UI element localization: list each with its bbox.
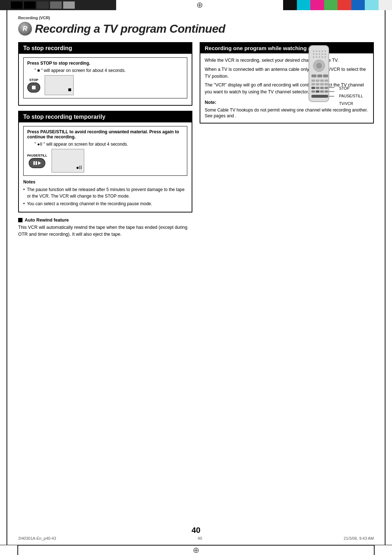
footer-left: 2I40301A-En_p40-43 xyxy=(18,536,56,540)
footer-right: 21/3/06, 9:43 AM xyxy=(344,536,374,540)
auto-rewind-heading: Auto Rewind feature xyxy=(25,218,69,223)
svg-point-9 xyxy=(322,53,323,55)
svg-rect-20 xyxy=(323,74,328,77)
svg-point-15 xyxy=(324,56,326,58)
svg-point-6 xyxy=(313,53,314,55)
block-2 xyxy=(24,1,36,9)
tvvcr-label: TV/VCR xyxy=(339,100,363,108)
pause-btn-label: PAUSE/STILL xyxy=(27,154,47,157)
svg-point-14 xyxy=(322,56,323,58)
block-4 xyxy=(50,1,62,9)
svg-point-4 xyxy=(322,50,323,52)
section-label: Recording (VCR) xyxy=(18,14,374,20)
bullet-2: • xyxy=(23,200,25,207)
pause-button-row: PAUSE/STILL xyxy=(27,149,183,173)
stop-button-illustration: STOP xyxy=(27,78,40,93)
color-blue xyxy=(351,0,365,10)
color-cyan xyxy=(297,0,311,10)
color-black xyxy=(283,0,297,10)
svg-rect-30 xyxy=(316,87,319,89)
stop-temp-box: To stop recording temporarily Press PAUS… xyxy=(18,111,192,212)
stop-recording-inner: Press STOP to stop recording. " ■ " will… xyxy=(23,57,187,98)
color-white xyxy=(379,0,392,10)
color-magenta xyxy=(310,0,324,10)
top-bar-right xyxy=(283,0,392,10)
page-title-area: R Recording a TV program Continued xyxy=(18,22,374,36)
svg-point-10 xyxy=(324,53,326,55)
svg-rect-31 xyxy=(320,87,324,89)
col-left: To stop recording Press STOP to stop rec… xyxy=(18,42,192,238)
stop-temp-heading: To stop recording temporarily xyxy=(19,112,192,122)
remote-svg xyxy=(303,45,336,103)
stop-square-icon xyxy=(32,86,36,89)
page-title: Recording a TV program Continued xyxy=(35,22,225,36)
footer-center: 40 xyxy=(198,536,202,540)
svg-rect-36 xyxy=(324,90,328,93)
block-1 xyxy=(11,1,23,9)
svg-point-17 xyxy=(316,63,322,69)
notes-label: Notes xyxy=(23,179,187,185)
footer-info: 2I40301A-En_p40-43 40 21/3/06, 9:43 AM xyxy=(18,536,374,540)
svg-rect-29 xyxy=(311,87,315,89)
svg-point-1 xyxy=(313,50,314,52)
bottom-center: ⊕ xyxy=(18,546,374,555)
auto-rewind-square-icon xyxy=(18,218,23,222)
svg-rect-24 xyxy=(324,80,328,82)
pause-btn-body xyxy=(29,158,45,168)
bottom-right-rect xyxy=(374,545,392,555)
pause-instruction-bold: Press PAUSE/STILL to avoid recording unw… xyxy=(27,129,183,139)
stop-temp-body: Press PAUSE/STILL to avoid recording unw… xyxy=(19,122,192,212)
bottom-left-rect xyxy=(0,545,18,555)
stop-screen-preview: ■ xyxy=(45,75,74,95)
pause-label: PAUSE/STILL xyxy=(339,92,363,100)
remote-labels: STOP PAUSE/STILL TV/VCR xyxy=(339,45,363,108)
black-blocks xyxy=(0,1,75,9)
svg-point-8 xyxy=(319,53,320,55)
bottom-bar: ⊕ xyxy=(0,545,392,555)
color-green xyxy=(324,0,338,10)
stop-temp-inner: Press PAUSE/STILL to avoid recording unw… xyxy=(23,126,187,176)
color-light-cyan xyxy=(365,0,379,10)
block-5 xyxy=(63,1,75,9)
svg-rect-25 xyxy=(311,83,315,85)
pause-button-illustration: PAUSE/STILL xyxy=(27,154,47,168)
top-color-bar: ⊕ xyxy=(0,0,392,10)
bottom-crosshair-icon: ⊕ xyxy=(193,546,199,555)
svg-rect-22 xyxy=(316,80,319,82)
title-icon-letter: R xyxy=(23,25,28,33)
pause-bar-1 xyxy=(33,161,35,165)
svg-rect-37 xyxy=(311,95,328,98)
svg-rect-35 xyxy=(320,90,324,93)
auto-rewind-section: Auto Rewind feature This VCR will automa… xyxy=(18,218,192,238)
stop-recording-body: Press STOP to stop recording. " ■ " will… xyxy=(19,54,192,105)
svg-rect-21 xyxy=(311,80,315,82)
svg-point-11 xyxy=(313,56,314,58)
remote-control-diagram: STOP PAUSE/STILL TV/VCR xyxy=(303,45,363,108)
stop-button-row: STOP ■ xyxy=(27,75,183,95)
svg-rect-28 xyxy=(324,83,328,85)
note-text-1: The pause function will be released afte… xyxy=(27,186,187,199)
svg-rect-32 xyxy=(324,87,328,89)
pause-bars xyxy=(33,161,37,165)
note-item-1: • The pause function will be released af… xyxy=(23,186,187,199)
pause-bar-2 xyxy=(36,161,37,165)
bottom-bar-inner: ⊕ xyxy=(0,546,392,555)
note-text-2: You can select a recording channel in th… xyxy=(27,200,152,207)
svg-point-12 xyxy=(316,56,317,58)
stop-label: STOP xyxy=(339,85,363,92)
svg-rect-18 xyxy=(311,74,317,77)
stop-recording-box: To stop recording Press STOP to stop rec… xyxy=(18,42,192,106)
stop-btn-body xyxy=(27,82,40,93)
stop-appear-text: " ■ " will appear on screen for about 4 … xyxy=(34,68,183,73)
svg-rect-23 xyxy=(320,80,324,82)
color-red xyxy=(338,0,351,10)
pause-notes: Notes • The pause function will be relea… xyxy=(23,179,187,207)
auto-rewind-header: Auto Rewind feature xyxy=(18,218,192,223)
stop-btn-label: STOP xyxy=(29,78,38,82)
stop-recording-heading: To stop recording xyxy=(19,43,192,54)
svg-point-5 xyxy=(324,50,326,52)
svg-rect-27 xyxy=(320,83,324,85)
stop-instruction-bold: Press STOP to stop recording. xyxy=(27,61,183,66)
page-number: 40 xyxy=(192,526,200,535)
svg-rect-33 xyxy=(311,90,315,93)
